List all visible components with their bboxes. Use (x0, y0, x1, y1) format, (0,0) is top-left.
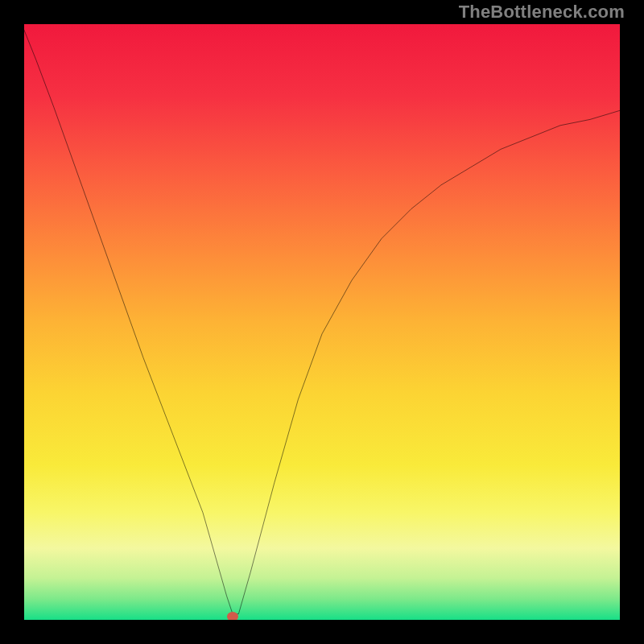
bottleneck-curve (24, 24, 620, 620)
watermark-text: TheBottleneck.com (459, 2, 625, 23)
chart-container: TheBottleneck.com (0, 0, 644, 644)
optimal-point-marker (227, 612, 238, 620)
plot-area (24, 24, 620, 620)
